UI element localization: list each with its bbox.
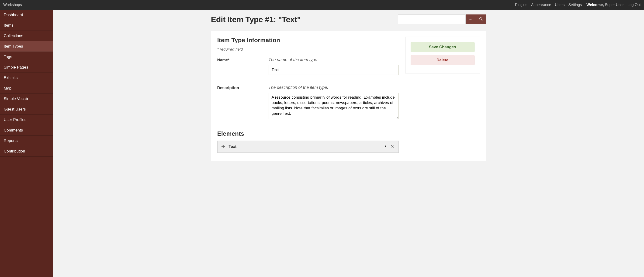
close-icon [390,145,395,149]
expand-element-button[interactable] [384,144,387,149]
search-input[interactable] [398,14,466,24]
welcome-username[interactable]: Super User [605,3,624,7]
triangle-right-icon [384,145,387,149]
remove-element-button[interactable] [390,144,395,149]
svg-point-0 [469,19,470,19]
logout-link[interactable]: Log Out [628,3,641,7]
element-row: Text [217,140,399,153]
sidebar-item-exhibits[interactable]: Exhibits [0,73,53,83]
brand-title[interactable]: Workshops [3,3,22,7]
sidebar-item-simple-pages[interactable]: Simple Pages [0,62,53,73]
field-description-hint: The description of the item type. [268,85,399,90]
sidebar-item-comments[interactable]: Comments [0,125,53,136]
topnav-appearance[interactable]: Appearance [531,3,551,7]
sidebar: Dashboard Items Collections Item Types T… [0,10,53,277]
delete-button[interactable]: Delete [410,55,474,65]
name-input[interactable] [268,65,399,75]
search-group [398,14,486,24]
svg-point-2 [472,19,472,19]
sidebar-item-tags[interactable]: Tags [0,52,53,62]
sidebar-item-simple-vocab[interactable]: Simple Vocab [0,94,53,104]
required-note: * required field [217,47,399,52]
sidebar-item-contribution[interactable]: Contribution [0,146,53,157]
welcome-text: Welcome, Super User [586,3,624,7]
topnav-settings[interactable]: Settings [568,3,582,7]
topnav-plugins[interactable]: Plugins [515,3,527,7]
drag-handle-icon[interactable] [221,144,226,149]
search-advanced-button[interactable] [466,14,476,24]
sidebar-item-collections[interactable]: Collections [0,31,53,41]
save-button[interactable]: Save Changes [410,42,474,52]
topnav-users[interactable]: Users [555,3,565,7]
sidebar-item-user-profiles[interactable]: User Profiles [0,115,53,125]
svg-point-1 [470,19,471,19]
element-name: Text [229,144,384,149]
sidebar-item-dashboard[interactable]: Dashboard [0,10,53,20]
field-description-label: Description [217,85,264,120]
sidebar-item-items[interactable]: Items [0,20,53,31]
field-name: Name* The name of the item type. [217,57,399,75]
field-name-label: Name* [217,57,264,75]
content-card: Item Type Information * required field N… [211,31,486,161]
description-textarea[interactable] [268,93,399,119]
search-icon [479,17,483,22]
action-panel: Save Changes Delete [405,36,480,74]
welcome-label: Welcome, [586,3,604,7]
elements-heading: Elements [217,130,399,137]
sidebar-item-reports[interactable]: Reports [0,136,53,146]
field-name-hint: The name of the item type. [268,57,399,62]
search-submit-button[interactable] [476,14,486,24]
page-title: Edit Item Type #1: "Text" [211,15,301,24]
ellipsis-icon [468,17,472,22]
topbar: Workshops Plugins Appearance Users Setti… [0,0,644,10]
field-description: Description The description of the item … [217,85,399,120]
sidebar-item-map[interactable]: Map [0,83,53,94]
sidebar-item-guest-users[interactable]: Guest Users [0,104,53,115]
sidebar-item-item-types[interactable]: Item Types [0,41,53,52]
main: Edit Item Type #1: "Text" [53,10,644,277]
section-heading: Item Type Information [217,36,399,44]
